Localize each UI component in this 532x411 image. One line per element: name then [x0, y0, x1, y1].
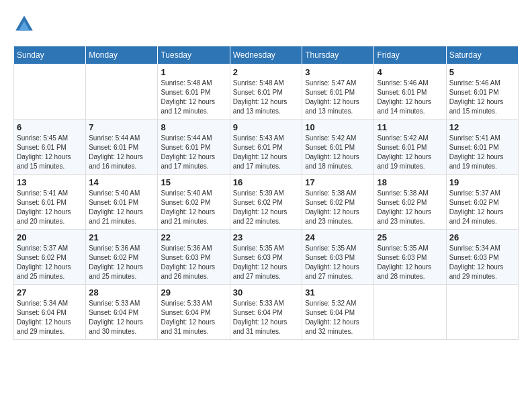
- day-number: 22: [161, 232, 226, 242]
- calendar-week-3: 13Sunrise: 5:41 AM Sunset: 6:01 PM Dayli…: [14, 175, 519, 230]
- day-number: 25: [377, 232, 443, 242]
- day-info: Sunrise: 5:32 AM Sunset: 6:04 PM Dayligh…: [305, 299, 371, 336]
- day-info: Sunrise: 5:35 AM Sunset: 6:03 PM Dayligh…: [233, 244, 300, 281]
- day-number: 14: [89, 177, 154, 187]
- day-number: 10: [305, 122, 371, 132]
- day-number: 24: [305, 232, 371, 242]
- day-info: Sunrise: 5:36 AM Sunset: 6:02 PM Dayligh…: [89, 244, 154, 281]
- day-info: Sunrise: 5:41 AM Sunset: 6:01 PM Dayligh…: [449, 134, 515, 171]
- weekday-header-monday: Monday: [86, 46, 158, 64]
- calendar-cell: 22Sunrise: 5:36 AM Sunset: 6:03 PM Dayli…: [158, 230, 230, 285]
- weekday-header-wednesday: Wednesday: [230, 46, 302, 64]
- calendar-cell: 3Sunrise: 5:47 AM Sunset: 6:01 PM Daylig…: [302, 64, 374, 120]
- day-number: 21: [89, 232, 154, 242]
- calendar-cell: 27Sunrise: 5:34 AM Sunset: 6:04 PM Dayli…: [14, 285, 86, 340]
- day-info: Sunrise: 5:33 AM Sunset: 6:04 PM Dayligh…: [233, 299, 300, 336]
- day-number: 7: [89, 122, 154, 132]
- calendar-cell: 12Sunrise: 5:41 AM Sunset: 6:01 PM Dayli…: [446, 120, 518, 175]
- day-info: Sunrise: 5:35 AM Sunset: 6:03 PM Dayligh…: [305, 244, 371, 281]
- calendar-cell: [86, 64, 158, 120]
- day-info: Sunrise: 5:43 AM Sunset: 6:01 PM Dayligh…: [233, 134, 300, 171]
- calendar-cell: 23Sunrise: 5:35 AM Sunset: 6:03 PM Dayli…: [230, 230, 302, 285]
- day-info: Sunrise: 5:42 AM Sunset: 6:01 PM Dayligh…: [305, 134, 371, 171]
- calendar-cell: 30Sunrise: 5:33 AM Sunset: 6:04 PM Dayli…: [230, 285, 302, 340]
- calendar-cell: 15Sunrise: 5:40 AM Sunset: 6:02 PM Dayli…: [158, 175, 230, 230]
- calendar-cell: 19Sunrise: 5:37 AM Sunset: 6:02 PM Dayli…: [446, 175, 518, 230]
- calendar-cell: 7Sunrise: 5:44 AM Sunset: 6:01 PM Daylig…: [86, 120, 158, 175]
- day-number: 27: [17, 287, 83, 298]
- day-info: Sunrise: 5:48 AM Sunset: 6:01 PM Dayligh…: [161, 79, 226, 116]
- calendar-cell: 16Sunrise: 5:39 AM Sunset: 6:02 PM Dayli…: [230, 175, 302, 230]
- calendar-week-5: 27Sunrise: 5:34 AM Sunset: 6:04 PM Dayli…: [14, 285, 519, 340]
- calendar-cell: 20Sunrise: 5:37 AM Sunset: 6:02 PM Dayli…: [14, 230, 86, 285]
- day-number: 12: [449, 122, 515, 132]
- calendar-cell: 25Sunrise: 5:35 AM Sunset: 6:03 PM Dayli…: [374, 230, 446, 285]
- day-info: Sunrise: 5:40 AM Sunset: 6:02 PM Dayligh…: [161, 189, 226, 226]
- day-info: Sunrise: 5:38 AM Sunset: 6:02 PM Dayligh…: [305, 189, 371, 226]
- weekday-header-tuesday: Tuesday: [158, 46, 230, 64]
- calendar-cell: 17Sunrise: 5:38 AM Sunset: 6:02 PM Dayli…: [302, 175, 374, 230]
- day-info: Sunrise: 5:48 AM Sunset: 6:01 PM Dayligh…: [233, 79, 300, 116]
- day-info: Sunrise: 5:44 AM Sunset: 6:01 PM Dayligh…: [161, 134, 226, 171]
- day-number: 8: [161, 122, 226, 132]
- calendar-week-4: 20Sunrise: 5:37 AM Sunset: 6:02 PM Dayli…: [14, 230, 519, 285]
- calendar-cell: 9Sunrise: 5:43 AM Sunset: 6:01 PM Daylig…: [230, 120, 302, 175]
- calendar-cell: 28Sunrise: 5:33 AM Sunset: 6:04 PM Dayli…: [86, 285, 158, 340]
- weekday-header-thursday: Thursday: [302, 46, 374, 64]
- day-info: Sunrise: 5:33 AM Sunset: 6:04 PM Dayligh…: [161, 299, 226, 336]
- weekday-header-friday: Friday: [374, 46, 446, 64]
- day-number: 1: [161, 67, 226, 77]
- day-number: 5: [449, 67, 515, 77]
- calendar-cell: [446, 285, 518, 340]
- calendar-cell: [14, 64, 86, 120]
- day-number: 15: [161, 177, 226, 187]
- day-number: 20: [17, 232, 83, 242]
- day-number: 30: [233, 287, 300, 298]
- calendar-week-2: 6Sunrise: 5:45 AM Sunset: 6:01 PM Daylig…: [14, 120, 519, 175]
- calendar-cell: 21Sunrise: 5:36 AM Sunset: 6:02 PM Dayli…: [86, 230, 158, 285]
- day-number: 9: [233, 122, 300, 132]
- day-number: 18: [377, 177, 443, 187]
- day-info: Sunrise: 5:46 AM Sunset: 6:01 PM Dayligh…: [449, 79, 515, 116]
- calendar: SundayMondayTuesdayWednesdayThursdayFrid…: [13, 46, 519, 340]
- day-number: 17: [305, 177, 371, 187]
- calendar-cell: 4Sunrise: 5:46 AM Sunset: 6:01 PM Daylig…: [374, 64, 446, 120]
- logo: [13, 13, 38, 35]
- day-number: 4: [377, 67, 443, 77]
- weekday-header-sunday: Sunday: [14, 46, 86, 64]
- calendar-cell: 31Sunrise: 5:32 AM Sunset: 6:04 PM Dayli…: [302, 285, 374, 340]
- calendar-cell: 29Sunrise: 5:33 AM Sunset: 6:04 PM Dayli…: [158, 285, 230, 340]
- calendar-cell: 18Sunrise: 5:38 AM Sunset: 6:02 PM Dayli…: [374, 175, 446, 230]
- day-number: 13: [17, 177, 83, 187]
- calendar-cell: 14Sunrise: 5:40 AM Sunset: 6:01 PM Dayli…: [86, 175, 158, 230]
- calendar-cell: 8Sunrise: 5:44 AM Sunset: 6:01 PM Daylig…: [158, 120, 230, 175]
- day-info: Sunrise: 5:38 AM Sunset: 6:02 PM Dayligh…: [377, 189, 443, 226]
- day-info: Sunrise: 5:39 AM Sunset: 6:02 PM Dayligh…: [233, 189, 300, 226]
- day-info: Sunrise: 5:41 AM Sunset: 6:01 PM Dayligh…: [17, 189, 83, 226]
- calendar-cell: 13Sunrise: 5:41 AM Sunset: 6:01 PM Dayli…: [14, 175, 86, 230]
- calendar-cell: 10Sunrise: 5:42 AM Sunset: 6:01 PM Dayli…: [302, 120, 374, 175]
- calendar-cell: 6Sunrise: 5:45 AM Sunset: 6:01 PM Daylig…: [14, 120, 86, 175]
- day-info: Sunrise: 5:40 AM Sunset: 6:01 PM Dayligh…: [89, 189, 154, 226]
- weekday-header-row: SundayMondayTuesdayWednesdayThursdayFrid…: [14, 46, 519, 64]
- logo-icon: [13, 13, 35, 35]
- day-info: Sunrise: 5:45 AM Sunset: 6:01 PM Dayligh…: [17, 134, 83, 171]
- day-info: Sunrise: 5:36 AM Sunset: 6:03 PM Dayligh…: [161, 244, 226, 281]
- day-info: Sunrise: 5:37 AM Sunset: 6:02 PM Dayligh…: [449, 189, 515, 226]
- day-number: 19: [449, 177, 515, 187]
- day-info: Sunrise: 5:44 AM Sunset: 6:01 PM Dayligh…: [89, 134, 154, 171]
- weekday-header-saturday: Saturday: [446, 46, 518, 64]
- day-info: Sunrise: 5:47 AM Sunset: 6:01 PM Dayligh…: [305, 79, 371, 116]
- calendar-cell: 24Sunrise: 5:35 AM Sunset: 6:03 PM Dayli…: [302, 230, 374, 285]
- day-number: 28: [89, 287, 154, 298]
- day-number: 3: [305, 67, 371, 77]
- calendar-cell: 11Sunrise: 5:42 AM Sunset: 6:01 PM Dayli…: [374, 120, 446, 175]
- day-info: Sunrise: 5:34 AM Sunset: 6:03 PM Dayligh…: [449, 244, 515, 281]
- day-number: 16: [233, 177, 300, 187]
- day-info: Sunrise: 5:46 AM Sunset: 6:01 PM Dayligh…: [377, 79, 443, 116]
- day-info: Sunrise: 5:34 AM Sunset: 6:04 PM Dayligh…: [17, 299, 83, 336]
- calendar-cell: 2Sunrise: 5:48 AM Sunset: 6:01 PM Daylig…: [230, 64, 302, 120]
- day-info: Sunrise: 5:37 AM Sunset: 6:02 PM Dayligh…: [17, 244, 83, 281]
- day-number: 2: [233, 67, 300, 77]
- calendar-cell: 5Sunrise: 5:46 AM Sunset: 6:01 PM Daylig…: [446, 64, 518, 120]
